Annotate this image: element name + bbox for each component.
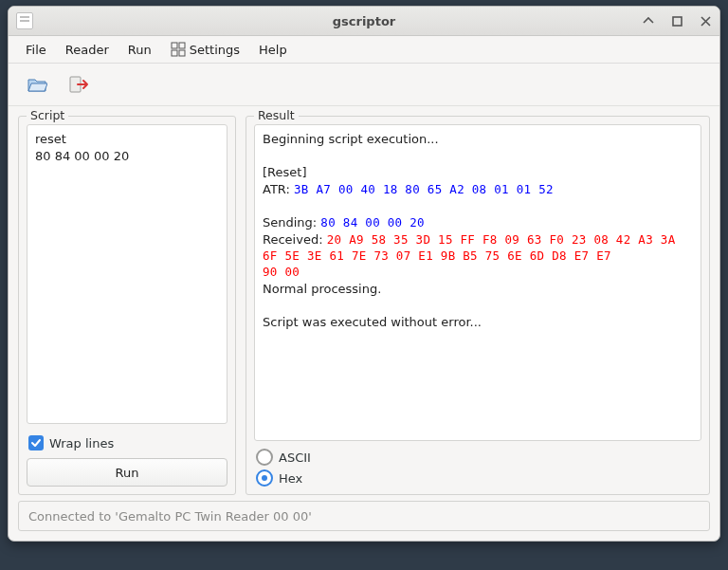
script-panel: Script reset 80 84 00 00 20 Wrap lines R… bbox=[18, 116, 236, 495]
result-panel-label: Result bbox=[254, 108, 299, 122]
toolbar bbox=[9, 64, 719, 106]
maximize-icon[interactable] bbox=[670, 14, 683, 28]
script-panel-label: Script bbox=[27, 108, 68, 122]
script-line: 80 84 00 00 20 bbox=[35, 148, 219, 165]
radio-ascii-label: ASCII bbox=[279, 450, 311, 465]
run-button-label: Run bbox=[116, 466, 139, 480]
result-line: Beginning script execution... bbox=[263, 131, 693, 148]
window-title: gscriptor bbox=[9, 14, 719, 28]
check-icon bbox=[28, 435, 44, 450]
wrap-lines-label: Wrap lines bbox=[49, 436, 114, 450]
svg-rect-1 bbox=[172, 43, 177, 48]
svg-rect-2 bbox=[179, 43, 185, 48]
menubar: File Reader Run Settings Help bbox=[9, 36, 719, 64]
menu-settings[interactable]: Settings bbox=[161, 38, 249, 61]
result-panel: Result Beginning script execution... [Re… bbox=[246, 116, 710, 495]
minimize-icon[interactable] bbox=[642, 14, 655, 28]
result-line: Script was executed without error... bbox=[263, 314, 693, 331]
svg-rect-4 bbox=[179, 50, 185, 56]
result-line: [Reset] bbox=[263, 164, 693, 181]
received-sw: 90 00 bbox=[263, 265, 693, 281]
received-label: Received: bbox=[263, 232, 327, 247]
menu-settings-label: Settings bbox=[190, 43, 240, 57]
sending-value: 80 84 00 00 20 bbox=[320, 215, 425, 230]
atr-value: 3B A7 00 40 18 80 65 A2 08 01 01 52 bbox=[294, 182, 554, 196]
titlebar: gscriptor bbox=[9, 7, 719, 36]
app-icon bbox=[16, 12, 33, 29]
menu-help[interactable]: Help bbox=[249, 39, 297, 61]
atr-label: ATR: bbox=[263, 182, 294, 196]
result-line: Normal processing. bbox=[263, 281, 693, 298]
status-text: Connected to 'Gemalto PC Twin Reader 00 … bbox=[28, 509, 312, 524]
result-output[interactable]: Beginning script execution... [Reset] AT… bbox=[254, 124, 701, 441]
format-radio-group: ASCII Hex bbox=[246, 449, 709, 494]
radio-icon bbox=[256, 469, 273, 487]
menu-run[interactable]: Run bbox=[118, 39, 161, 61]
menu-reader[interactable]: Reader bbox=[56, 39, 118, 61]
result-line: Received: 20 A9 58 35 3D 15 FF F8 09 63 … bbox=[263, 231, 693, 248]
app-window: gscriptor File Reader Run bbox=[8, 6, 720, 542]
quit-button[interactable] bbox=[65, 71, 92, 98]
script-textarea[interactable]: reset 80 84 00 00 20 bbox=[27, 124, 228, 424]
svg-rect-0 bbox=[673, 17, 682, 26]
radio-hex[interactable]: Hex bbox=[256, 469, 700, 487]
script-line: reset bbox=[35, 131, 219, 148]
result-line: ATR: 3B A7 00 40 18 80 65 A2 08 01 01 52 bbox=[263, 181, 693, 198]
radio-icon bbox=[256, 449, 273, 466]
open-file-button[interactable] bbox=[24, 71, 50, 98]
settings-icon bbox=[171, 42, 186, 57]
radio-ascii[interactable]: ASCII bbox=[256, 449, 700, 466]
result-line: Sending: 80 84 00 00 20 bbox=[263, 214, 693, 231]
received-value: 6F 5E 3E 61 7E 73 07 E1 9B B5 75 6E 6D D… bbox=[263, 248, 693, 265]
menu-file[interactable]: File bbox=[16, 39, 56, 61]
received-value: 20 A9 58 35 3D 15 FF F8 09 63 F0 23 08 4… bbox=[327, 232, 676, 247]
wrap-lines-checkbox[interactable]: Wrap lines bbox=[19, 432, 235, 456]
main-content: Script reset 80 84 00 00 20 Wrap lines R… bbox=[9, 106, 719, 501]
close-icon[interactable] bbox=[699, 14, 712, 28]
run-button[interactable]: Run bbox=[27, 458, 228, 487]
radio-hex-label: Hex bbox=[279, 471, 302, 486]
svg-rect-3 bbox=[172, 50, 177, 56]
status-bar: Connected to 'Gemalto PC Twin Reader 00 … bbox=[18, 501, 710, 531]
sending-label: Sending: bbox=[263, 215, 320, 230]
